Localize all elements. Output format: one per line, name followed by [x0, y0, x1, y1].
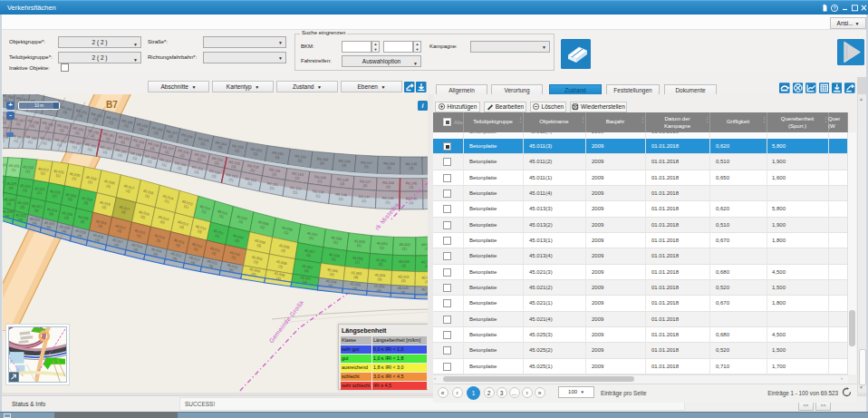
- svg-text:45.026: 45.026: [3, 162, 6, 167]
- svg-text:(1): (1): [410, 200, 414, 205]
- svg-text:(1): (1): [402, 246, 408, 250]
- svg-text:(2): (2): [410, 185, 414, 190]
- svg-text:B7: B7: [106, 100, 118, 110]
- svg-text:(3): (3): [410, 166, 414, 170]
- svg-text:?: ?: [833, 5, 835, 11]
- svg-text:(3): (3): [401, 278, 407, 283]
- svg-text:45.026: 45.026: [3, 180, 4, 184]
- svg-text:(1): (1): [385, 199, 391, 204]
- svg-text:(2): (2): [386, 184, 391, 189]
- svg-text:(2): (2): [401, 263, 407, 267]
- svg-text:(3): (3): [387, 165, 392, 170]
